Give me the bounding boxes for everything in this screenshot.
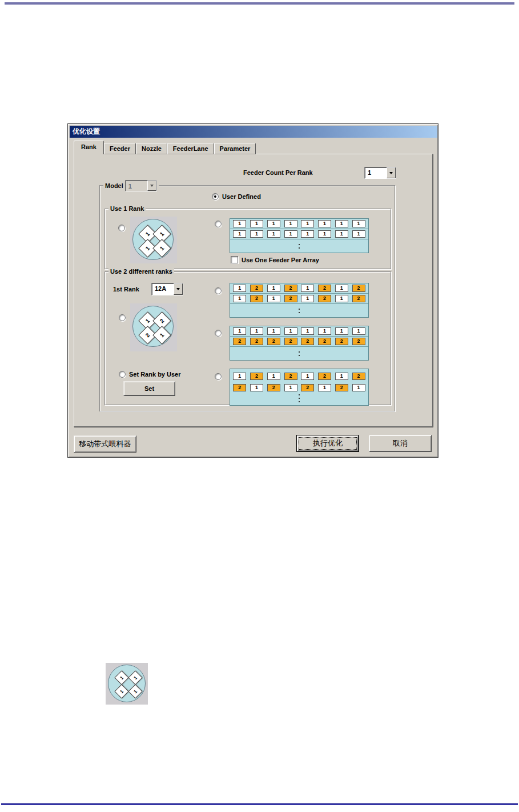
rank-cell: 1 bbox=[301, 327, 314, 335]
rank-cell: 2 bbox=[267, 338, 280, 345]
custom-array: 12121212 21212121 bbox=[230, 369, 369, 406]
rank-cell: 2 bbox=[284, 338, 297, 345]
rank-cell: 1 bbox=[301, 285, 314, 292]
rank-cell: 2 bbox=[318, 338, 331, 345]
rank-cell: 1 bbox=[352, 327, 365, 335]
nozzle-diamond: 1 bbox=[114, 684, 128, 698]
alt-array: 12121212 12121212 bbox=[230, 283, 369, 318]
rank-circle-figure: 1111 bbox=[130, 217, 177, 263]
tab-parameter[interactable]: Parameter bbox=[214, 143, 256, 154]
rank-cell: 2 bbox=[335, 384, 348, 391]
rank-cell: 2 bbox=[284, 295, 297, 302]
rank-cell: 2 bbox=[284, 373, 297, 380]
rank-tab-panel: Feeder Count Per Rank 1 Model 1 User Def… bbox=[74, 154, 433, 427]
rank-array: 11111111 11111111 bbox=[230, 218, 369, 253]
one-feeder-per-array-label: Use One Feeder Per Array bbox=[242, 257, 319, 263]
rank-cell: 2 bbox=[233, 384, 246, 391]
turret-circle: 1111 bbox=[132, 219, 174, 260]
dropdown-button[interactable] bbox=[387, 167, 396, 178]
tab-nozzle[interactable]: Nozzle bbox=[136, 143, 167, 154]
one-feeder-per-array-checkbox[interactable] bbox=[231, 256, 238, 263]
rank-cell: 1 bbox=[335, 285, 348, 292]
user-defined-radio[interactable] bbox=[212, 193, 219, 200]
rank-cell: 1 bbox=[301, 295, 314, 302]
two-rank-circle-figure: 1221 bbox=[130, 303, 177, 351]
rank-cell: 1 bbox=[267, 295, 280, 302]
array-row: 22222222 bbox=[230, 337, 368, 347]
document-page: 优化设置 Rank Feeder Nozzle FeederLane Param… bbox=[0, 0, 519, 812]
two-rank-circle-radio[interactable] bbox=[119, 314, 126, 321]
nozzle-diamond: 1 bbox=[152, 239, 171, 258]
array-row: 11111111 bbox=[230, 326, 368, 337]
rank-cell: 1 bbox=[318, 230, 331, 238]
set-rank-by-user-label: Set Rank by User bbox=[129, 371, 180, 378]
first-rank-label: 1st Rank bbox=[113, 286, 139, 293]
rank-cell: 1 bbox=[250, 220, 263, 227]
split-array-radio[interactable] bbox=[215, 330, 222, 337]
set-button[interactable]: Set bbox=[123, 381, 175, 396]
rank-cell: 2 bbox=[352, 338, 365, 345]
array-row: 12121212 bbox=[230, 283, 368, 294]
first-rank-combobox[interactable]: 12A bbox=[151, 283, 183, 295]
rank-cell: 1 bbox=[318, 220, 331, 227]
array-row: 21212121 bbox=[230, 382, 368, 393]
run-optimize-default-border: 执行优化 bbox=[296, 435, 359, 452]
rank-cell: 2 bbox=[352, 295, 365, 302]
first-rank-value: 12A bbox=[152, 283, 174, 295]
rank-cell: 2 bbox=[352, 373, 365, 380]
rank-cell: 1 bbox=[284, 220, 297, 227]
array-row: 12121212 bbox=[230, 370, 368, 382]
use-2-ranks-groupbox: Use 2 different ranks 1st Rank 12A 12121… bbox=[104, 271, 391, 405]
use-1-rank-groupbox: Use 1 Rank 1111 11111111 11111111 Use On… bbox=[104, 209, 391, 269]
continuation-dots bbox=[299, 244, 300, 249]
continuation-dots bbox=[299, 351, 300, 356]
rank-cell: 2 bbox=[352, 285, 365, 292]
rank-array-radio[interactable] bbox=[215, 221, 222, 227]
rank-cell: 1 bbox=[318, 327, 331, 335]
top-rule bbox=[5, 2, 514, 5]
split-array: 11111111 22222222 bbox=[230, 326, 369, 361]
rank-cell: 1 bbox=[233, 230, 246, 238]
rank-cell: 1 bbox=[233, 220, 246, 227]
model-value: 1 bbox=[126, 181, 147, 191]
dropdown-button[interactable] bbox=[174, 283, 183, 295]
turret-circle: 1111 bbox=[108, 665, 146, 702]
cancel-button[interactable]: 取消 bbox=[369, 435, 432, 452]
rank-cell: 2 bbox=[301, 384, 314, 391]
rank-cell: 2 bbox=[267, 384, 280, 391]
model-legend: Model 1 bbox=[103, 180, 159, 191]
rank-cell: 2 bbox=[318, 285, 331, 292]
rank-cell: 1 bbox=[284, 384, 297, 391]
rank-cell: 1 bbox=[267, 220, 280, 227]
rank-cell: 1 bbox=[335, 230, 348, 238]
tab-feeder[interactable]: Feeder bbox=[104, 143, 136, 154]
rank-cell: 2 bbox=[301, 338, 314, 345]
custom-array-radio[interactable] bbox=[215, 373, 222, 380]
rank-cell: 1 bbox=[284, 230, 297, 238]
run-optimize-button[interactable]: 执行优化 bbox=[297, 435, 359, 451]
dialog-title: 优化设置 bbox=[70, 126, 437, 138]
chevron-down-icon bbox=[389, 172, 393, 176]
tab-rank[interactable]: Rank bbox=[74, 141, 104, 154]
rank-cell: 2 bbox=[318, 373, 331, 380]
rank-cell: 1 bbox=[352, 230, 365, 238]
optimization-settings-dialog: 优化设置 Rank Feeder Nozzle FeederLane Param… bbox=[67, 123, 438, 458]
set-rank-option[interactable]: Set Rank by User bbox=[119, 371, 180, 378]
user-defined-option[interactable]: User Defined bbox=[212, 193, 261, 200]
nozzle-diamond: 1 bbox=[152, 326, 171, 345]
tab-feederlane[interactable]: FeederLane bbox=[167, 143, 214, 154]
alt-array-radio[interactable] bbox=[215, 287, 222, 294]
feeder-count-combobox[interactable]: 1 bbox=[364, 167, 396, 179]
title-bar[interactable]: 优化设置 bbox=[70, 126, 437, 138]
rank-cell: 1 bbox=[233, 327, 246, 335]
rank-cell: 1 bbox=[301, 230, 314, 238]
rank-cell: 2 bbox=[233, 338, 246, 345]
one-feeder-option[interactable]: Use One Feeder Per Array bbox=[231, 256, 319, 263]
rank-cell: 1 bbox=[352, 384, 365, 391]
rank-cell: 1 bbox=[335, 295, 348, 302]
rank-cell: 1 bbox=[250, 327, 263, 335]
move-feeder-button[interactable]: 移动带式喂料器 bbox=[74, 435, 136, 453]
rank-circle-radio[interactable] bbox=[118, 225, 125, 231]
rank-cell: 1 bbox=[267, 230, 280, 238]
set-rank-by-user-radio[interactable] bbox=[119, 371, 126, 378]
